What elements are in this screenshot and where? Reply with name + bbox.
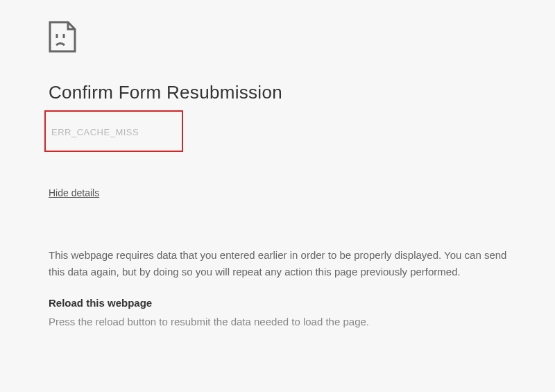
error-code-highlight: ERR_CACHE_MISS (44, 110, 183, 152)
error-icon-container (49, 21, 555, 56)
reload-instruction: Press the reload button to resubmit the … (49, 314, 555, 330)
hide-details-link[interactable]: Hide details (49, 187, 99, 198)
error-code: ERR_CACHE_MISS (51, 127, 139, 137)
frown-page-icon (49, 21, 76, 53)
page-title: Confirm Form Resubmission (49, 82, 555, 103)
explanation-text: This webpage requires data that you ente… (49, 247, 510, 280)
reload-heading: Reload this webpage (49, 297, 555, 309)
